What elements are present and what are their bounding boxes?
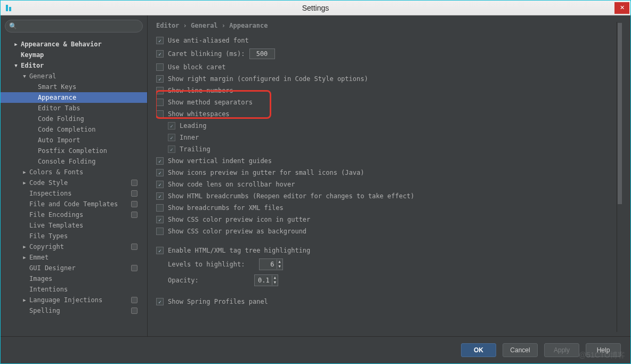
- spinner-down-icon[interactable]: ▼: [277, 264, 282, 269]
- tree-item-label: Editor Tabs: [38, 104, 80, 112]
- button-bar: OK Cancel Apply Help: [1, 336, 630, 363]
- breadcrumb: Editor › General › Appearance: [156, 22, 617, 36]
- tree-item-label: File and Code Templates: [29, 200, 118, 208]
- help-button[interactable]: Help: [586, 343, 621, 357]
- tree-item-label: Colors & Fonts: [29, 168, 83, 176]
- spinner-up-icon[interactable]: ▲: [277, 260, 282, 264]
- tree-item[interactable]: Auto Import: [1, 135, 147, 145]
- tree-item[interactable]: Code Folding: [1, 114, 147, 124]
- settings-search-input[interactable]: [5, 20, 143, 33]
- checkbox-code-lens[interactable]: [156, 181, 164, 188]
- checkbox-ws-leading[interactable]: [168, 122, 175, 130]
- tree-item[interactable]: File and Code Templates: [1, 199, 147, 209]
- tree-item[interactable]: ▶Copyright: [1, 241, 147, 252]
- tree-item-label: Appearance: [38, 94, 76, 101]
- tree-item[interactable]: Inspections: [1, 188, 147, 199]
- svg-rect-0: [6, 5, 8, 11]
- tree-item[interactable]: ▼Editor: [1, 60, 147, 71]
- tree-item[interactable]: Code Completion: [1, 124, 147, 135]
- checkbox-tag-tree[interactable]: [156, 247, 164, 254]
- label-whitespaces: Show whitespaces: [168, 110, 230, 118]
- input-caret-blinking-ms[interactable]: [249, 48, 275, 59]
- checkbox-xml-breadcrumbs[interactable]: [156, 204, 164, 212]
- chevron-icon[interactable]: ▼: [21, 74, 28, 79]
- input-levels[interactable]: [260, 259, 277, 270]
- label-caret-blinking: Caret blinking (ms):: [168, 50, 245, 58]
- tree-item[interactable]: ▶Code Style: [1, 177, 147, 188]
- checkbox-css-gutter[interactable]: [156, 216, 164, 223]
- tree-item[interactable]: ▶Emmet: [1, 252, 147, 263]
- tree-item[interactable]: File Types: [1, 231, 147, 241]
- input-opacity[interactable]: [255, 275, 272, 286]
- checkbox-whitespaces[interactable]: [156, 110, 164, 118]
- chevron-icon[interactable]: ▶: [21, 169, 28, 175]
- tree-item-label: Intentions: [29, 286, 68, 293]
- tree-item-label: Postfix Completion: [38, 147, 107, 155]
- tree-item[interactable]: Appearance: [1, 92, 147, 103]
- tree-item[interactable]: ▼General: [1, 71, 147, 82]
- label-ws-trailing: Trailing: [180, 145, 211, 153]
- chevron-icon[interactable]: ▶: [12, 42, 20, 47]
- settings-tree[interactable]: ▶Appearance & BehaviorKeymap▼Editor▼Gene…: [1, 37, 147, 336]
- scope-badge-icon: [131, 244, 137, 250]
- label-css-gutter: Show CSS color preview icon in gutter: [168, 216, 310, 223]
- chevron-icon[interactable]: ▶: [21, 180, 28, 185]
- main-panel: Editor › General › Appearance Use anti-a…: [148, 15, 630, 336]
- apply-button[interactable]: Apply: [544, 343, 579, 357]
- main-scrollbar[interactable]: [617, 22, 622, 332]
- label-antialias: Use anti-aliased font: [168, 37, 249, 44]
- chevron-icon[interactable]: ▶: [21, 255, 28, 260]
- spinner-levels[interactable]: ▲▼: [259, 258, 283, 270]
- tree-item[interactable]: Images: [1, 273, 147, 284]
- checkbox-spring-profiles[interactable]: [156, 298, 164, 305]
- scope-badge-icon: [131, 190, 137, 197]
- spinner-opacity[interactable]: ▲▼: [254, 274, 278, 286]
- checkbox-css-background[interactable]: [156, 228, 164, 235]
- tree-item[interactable]: ▶Appearance & Behavior: [1, 39, 147, 50]
- tree-item-label: Live Templates: [29, 222, 83, 229]
- checkbox-antialias[interactable]: [156, 37, 164, 44]
- scope-badge-icon: [131, 265, 137, 271]
- tree-item[interactable]: ▶Colors & Fonts: [1, 167, 147, 177]
- tree-item[interactable]: GUI Designer: [1, 263, 147, 273]
- checkbox-ws-trailing[interactable]: [168, 145, 175, 153]
- tree-item[interactable]: Postfix Completion: [1, 145, 147, 156]
- label-method-separators: Show method separators: [168, 99, 253, 106]
- cancel-button[interactable]: Cancel: [503, 343, 538, 357]
- scope-badge-icon: [131, 297, 137, 303]
- checkbox-caret-blinking[interactable]: [156, 50, 164, 58]
- tree-item[interactable]: Console Folding: [1, 156, 147, 167]
- spinner-down-icon[interactable]: ▼: [272, 280, 278, 285]
- chevron-icon[interactable]: ▶: [21, 297, 28, 303]
- tree-item[interactable]: File Encodings: [1, 209, 147, 220]
- chevron-icon[interactable]: ▶: [21, 244, 28, 249]
- scope-badge-icon: [131, 212, 137, 218]
- title-bar: Settings ✕: [1, 1, 630, 15]
- tree-item[interactable]: Editor Tabs: [1, 103, 147, 114]
- window-close-button[interactable]: ✕: [614, 2, 629, 14]
- scrollbar-thumb[interactable]: [618, 23, 622, 204]
- tree-item[interactable]: Live Templates: [1, 220, 147, 231]
- tree-item[interactable]: Intentions: [1, 284, 147, 295]
- tree-item[interactable]: Keymap: [1, 50, 147, 60]
- checkbox-html-breadcrumbs[interactable]: [156, 192, 164, 200]
- tree-item-label: File Types: [29, 232, 68, 240]
- label-ws-inner: Inner: [180, 134, 199, 141]
- checkbox-indent-guides[interactable]: [156, 157, 164, 165]
- tree-item[interactable]: Smart Keys: [1, 82, 147, 92]
- tree-item[interactable]: ▶Language Injections: [1, 295, 147, 305]
- chevron-icon[interactable]: ▼: [12, 63, 20, 68]
- checkbox-line-numbers[interactable]: [156, 87, 164, 94]
- ok-button[interactable]: OK: [461, 343, 496, 357]
- tree-item[interactable]: Spelling: [1, 305, 147, 316]
- scope-badge-icon: [131, 180, 137, 186]
- spinner-up-icon[interactable]: ▲: [272, 276, 278, 280]
- tree-item-label: General: [29, 72, 56, 80]
- tree-item-label: Smart Keys: [38, 83, 76, 91]
- checkbox-block-caret[interactable]: [156, 63, 164, 71]
- checkbox-right-margin[interactable]: [156, 75, 164, 83]
- label-right-margin: Show right margin (configured in Code St…: [168, 75, 368, 83]
- checkbox-ws-inner[interactable]: [168, 134, 175, 141]
- checkbox-icons-preview[interactable]: [156, 169, 164, 176]
- checkbox-method-separators[interactable]: [156, 99, 164, 106]
